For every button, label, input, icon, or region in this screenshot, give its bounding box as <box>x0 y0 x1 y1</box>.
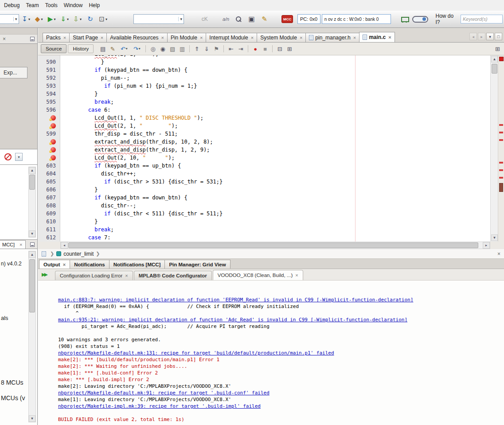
scroll-tabs-left-icon[interactable]: ◂ <box>469 33 477 40</box>
history-view-button[interactable]: History <box>68 44 94 53</box>
last-edit-position-icon[interactable]: ✎ <box>108 44 117 53</box>
doc-tab-interrupt-module[interactable]: Interrupt Module× <box>206 33 257 42</box>
gutter-row[interactable]: 606 <box>38 186 60 194</box>
gutter-row[interactable]: 595 <box>38 98 60 106</box>
error-mark[interactable] <box>499 177 503 179</box>
gutter-row[interactable]: 603 <box>38 162 60 170</box>
scroll-up-icon[interactable]: ▲ <box>29 251 35 258</box>
doc-tab-start-page[interactable]: Start Page× <box>69 33 107 42</box>
program-target-button[interactable]: ⇩ <box>72 13 83 25</box>
gutter-row[interactable]: 607 <box>38 194 60 202</box>
gutter-row[interactable]: 612 <box>38 234 60 242</box>
gutter-row[interactable]: 599 <box>38 130 60 138</box>
project-config-combo[interactable] <box>0 14 19 24</box>
doc-tab-main-c[interactable]: main.c× <box>359 32 395 42</box>
editor-vertical-scrollbar[interactable]: ▲ ▼ <box>490 55 498 242</box>
scrollbar-thumb[interactable] <box>29 175 35 190</box>
gutter-row[interactable] <box>38 154 60 162</box>
gutter-row[interactable] <box>38 138 60 146</box>
collapsed-explorer-button[interactable]: Exp... <box>0 67 27 78</box>
source-view-button[interactable]: Source <box>41 44 66 53</box>
scroll-down-icon[interactable]: ▼ <box>29 230 35 237</box>
doc-tab-available-resources[interactable]: Available Resources× <box>106 33 168 42</box>
error-mark[interactable] <box>499 169 503 171</box>
file-error-status-icon[interactable] <box>499 57 504 61</box>
left-mid-scrollbar[interactable]: ▲ ▼ <box>28 167 36 238</box>
gutter-row[interactable]: 592 <box>38 74 60 82</box>
close-tab-icon[interactable]: × <box>353 35 356 40</box>
scrollbar-thumb[interactable] <box>68 242 478 248</box>
editor-grid-icon[interactable]: ⊞ <box>493 45 502 53</box>
minimize-window-icon[interactable] <box>30 242 35 247</box>
close-tab-icon[interactable]: × <box>63 262 66 267</box>
annotation-thumb[interactable] <box>499 183 503 192</box>
scroll-down-icon[interactable]: ▼ <box>491 234 498 241</box>
console-window-button[interactable]: ▣ <box>246 13 258 25</box>
search-options-button[interactable] <box>233 13 245 25</box>
tab-list-dropdown-icon[interactable]: ▾ <box>486 33 494 40</box>
output-tab-pin-manager-grid-view[interactable]: Pin Manager: Grid View <box>164 260 230 269</box>
gutter-row[interactable]: 593 <box>38 82 60 90</box>
close-tab-icon[interactable]: × <box>388 35 391 40</box>
close-tab-icon[interactable]: × <box>63 35 66 40</box>
breadcrumb-item[interactable]: counter_limit <box>63 251 94 257</box>
debug-tool-button[interactable]: ◆ <box>33 13 45 25</box>
output-tab-notifications[interactable]: Notifications <box>70 260 109 269</box>
gutter-row[interactable]: 604 <box>38 170 60 178</box>
toggle-highlight-icon[interactable]: ▧ <box>168 44 177 53</box>
close-tab-icon[interactable]: × <box>161 35 164 40</box>
close-tab-icon[interactable]: × <box>200 35 203 40</box>
refresh-debug-button[interactable]: ↻ <box>85 13 96 25</box>
error-mark[interactable] <box>499 124 503 126</box>
forward-icon[interactable]: ↷ <box>131 44 143 53</box>
doc-tab-pin_manager-h[interactable]: pin_manager.h× <box>305 33 359 42</box>
console-link[interactable]: nbproject/Makefile-default.mk:131: recip… <box>58 350 504 356</box>
store-button[interactable] <box>399 13 410 25</box>
find-selection-icon[interactable]: ◎ <box>148 44 157 53</box>
uncomment-icon[interactable]: ⊞ <box>285 44 294 53</box>
gutter-row[interactable]: 590 <box>38 58 60 66</box>
edit-button[interactable]: ✎ <box>259 13 270 25</box>
start-macro-recording-icon[interactable]: ● <box>251 44 260 53</box>
gutter-row[interactable]: 591 <box>38 66 60 74</box>
comment-icon[interactable]: ⊟ <box>275 44 284 53</box>
gutter-row[interactable]: 594 <box>38 90 60 98</box>
minimize-window-icon[interactable] <box>30 37 35 41</box>
error-mark[interactable] <box>499 132 503 133</box>
gutter-row[interactable] <box>38 146 60 154</box>
special-chars-button[interactable]: a/n <box>220 13 232 25</box>
read-device-memory-button[interactable]: ⊡ <box>98 13 109 25</box>
console-link[interactable]: nbproject/Makefile-default.mk:91: recipe… <box>58 390 504 396</box>
back-icon[interactable]: ↶ <box>118 44 130 53</box>
connection-button[interactable] <box>412 13 429 25</box>
menu-tools[interactable]: Tools <box>42 1 61 10</box>
console[interactable]: main.c:883:7: warning: implicit declarat… <box>38 281 504 425</box>
output-subtab-voodoo_xc8-clean-build-[interactable]: VOODOO_XC8 (Clean, Build, ...)× <box>213 270 303 280</box>
code-viewport[interactable]: Lcd_Out(2, 1, " "); } if (keypad_btn == … <box>61 55 490 242</box>
shift-left-icon[interactable]: ⇤ <box>227 44 235 53</box>
error-mark[interactable] <box>499 162 503 164</box>
scrollbar-thumb[interactable] <box>492 64 497 74</box>
stop-macro-recording-icon[interactable]: ■ <box>261 44 270 53</box>
gutter-row[interactable] <box>38 122 60 130</box>
close-tab-icon[interactable]: × <box>20 242 22 247</box>
mcc-output-tab[interactable]: MCC] × <box>0 240 26 249</box>
find-occurrences-icon[interactable]: ◉ <box>158 44 167 53</box>
close-tab-icon[interactable]: × <box>251 35 254 40</box>
menu-help[interactable]: Help <box>86 1 103 10</box>
close-tab-icon[interactable]: × <box>101 35 103 40</box>
scroll-down-icon[interactable]: ▼ <box>29 415 35 422</box>
doc-tab-system-module[interactable]: System Module× <box>257 33 306 42</box>
scrollbar-thumb[interactable] <box>29 259 35 312</box>
menu-team[interactable]: Team <box>23 1 42 10</box>
menu-window[interactable]: Window <box>61 1 86 10</box>
console-link[interactable]: main.c:935:21: warning: implicit declara… <box>58 316 504 323</box>
scroll-up-icon[interactable]: ▲ <box>29 167 35 174</box>
toggle-bookmark-icon[interactable]: ⚑ <box>212 44 221 53</box>
memory-views-button[interactable]: cK <box>199 13 211 25</box>
doc-tab-pin-module[interactable]: Pin Module× <box>167 33 206 42</box>
left-bottom-scrollbar[interactable]: ▲ ▼ <box>28 251 36 422</box>
gutter-row[interactable]: 596 <box>38 106 60 114</box>
gutter-row[interactable] <box>38 114 60 122</box>
close-icon[interactable]: × <box>497 251 500 257</box>
